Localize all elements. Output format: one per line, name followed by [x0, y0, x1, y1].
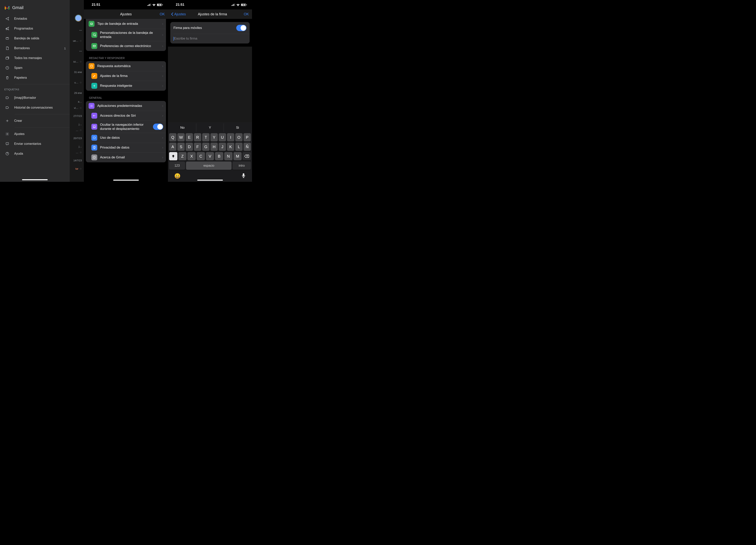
sidebar-item-spam[interactable]: Spam — [0, 63, 70, 73]
svg-rect-8 — [148, 5, 149, 6]
key-z[interactable]: Z — [178, 152, 187, 160]
key-h[interactable]: H — [210, 143, 218, 151]
chevron-right-icon: › — [162, 44, 163, 48]
chevron-right-icon: › — [162, 74, 163, 78]
key-shift[interactable] — [169, 152, 177, 160]
status-bar: 21:51 92 — [84, 0, 168, 9]
key-s[interactable]: S — [177, 143, 185, 151]
signature-input[interactable]: Escribe tu firma — [170, 34, 250, 44]
sidebar-item-allmail[interactable]: Todos los mensajes — [0, 53, 70, 63]
sidebar-item-settings[interactable]: Ajustes — [0, 129, 70, 139]
svg-rect-1 — [6, 37, 8, 39]
sidebar-item-drafts[interactable]: Borradores1 — [0, 43, 70, 53]
row-inbox-custom[interactable]: Personalizaciones de la bandeja de entra… — [86, 29, 166, 41]
svg-rect-28 — [232, 5, 232, 6]
hide-nav-toggle[interactable] — [153, 124, 163, 130]
ok-button[interactable]: OK — [155, 12, 165, 16]
key-b[interactable]: B — [215, 152, 223, 160]
siri-icon — [91, 113, 97, 119]
chevron-right-icon: › — [162, 33, 163, 37]
key-return[interactable]: intro — [233, 162, 251, 170]
key-w[interactable]: W — [177, 133, 185, 142]
svg-rect-15 — [91, 65, 93, 67]
row-mail-prefs[interactable]: Preferencias de correo electrónico› — [86, 41, 166, 51]
key-j[interactable]: J — [219, 143, 226, 151]
mobile-signature-label: Firma para móviles — [173, 26, 202, 30]
svg-point-13 — [95, 35, 96, 36]
key-v[interactable]: V — [206, 152, 214, 160]
suggestion-3[interactable]: Si — [224, 123, 251, 132]
key-x[interactable]: X — [187, 152, 196, 160]
key-k[interactable]: K — [227, 143, 234, 151]
home-indicator[interactable] — [22, 179, 48, 180]
key-l[interactable]: L — [235, 143, 243, 151]
key-g[interactable]: G — [202, 143, 209, 151]
sidebar-item-trash[interactable]: Papelera — [0, 73, 70, 83]
key-i[interactable]: I — [227, 133, 234, 142]
key-n[interactable]: N — [224, 152, 233, 160]
svg-point-23 — [91, 106, 92, 107]
group-heading-general: GENERAL — [86, 95, 166, 101]
back-button[interactable]: Ajustes — [171, 12, 186, 16]
key-space[interactable]: espacio — [186, 162, 232, 170]
battery-icon: 92 — [157, 4, 163, 6]
key-numbers[interactable]: 123 — [169, 162, 185, 170]
mobile-signature-toggle[interactable] — [236, 25, 246, 31]
emoji-button[interactable]: 😀 — [174, 173, 181, 179]
home-indicator[interactable] — [197, 180, 223, 181]
row-inbox-type[interactable]: Tipo de bandeja de entrada› — [86, 19, 166, 29]
row-privacy[interactable]: Privacidad de datos› — [86, 143, 166, 153]
row-data-usage[interactable]: Uso de datos› — [86, 133, 166, 143]
key-e[interactable]: E — [186, 133, 193, 142]
row-signature-settings[interactable]: Ajustes de la firma› — [86, 71, 166, 81]
sidebar-create-label[interactable]: Crear — [0, 116, 70, 126]
key-o[interactable]: O — [235, 133, 243, 142]
key-r[interactable]: R — [194, 133, 201, 142]
key-y[interactable]: Y — [210, 133, 218, 142]
row-hide-nav[interactable]: Ocultar la navegación inferior durante e… — [86, 121, 166, 133]
avatar[interactable] — [75, 15, 82, 22]
sidebar-item-feedback[interactable]: Enviar comentarios — [0, 139, 70, 149]
key-u[interactable]: U — [219, 133, 226, 142]
suggestion-1[interactable]: No — [169, 123, 196, 132]
chevron-right-icon: › — [162, 114, 163, 118]
allmail-icon — [5, 56, 9, 60]
nav-title: Ajustes — [97, 12, 155, 16]
key-m[interactable]: M — [233, 152, 242, 160]
smartreply-icon — [91, 83, 97, 89]
chevron-right-icon: › — [162, 136, 163, 140]
key-p[interactable]: P — [244, 133, 251, 142]
drafts-icon — [5, 46, 9, 50]
sidebar-item-sent[interactable]: Enviados — [0, 14, 70, 24]
cellular-icon — [147, 4, 151, 6]
star-icon: ☆ — [80, 39, 82, 42]
ok-button[interactable]: OK — [239, 12, 249, 16]
row-smart-reply[interactable]: Respuesta inteligente› — [86, 81, 166, 91]
status-time: 21:51 — [92, 3, 100, 7]
row-default-apps[interactable]: Aplicaciones predeterminadas› — [86, 101, 166, 111]
dictation-button[interactable] — [241, 173, 246, 179]
key-f[interactable]: F — [194, 143, 201, 151]
svg-rect-31 — [234, 4, 235, 6]
row-auto-reply[interactable]: Respuesta automática› — [86, 61, 166, 71]
home-indicator[interactable] — [113, 180, 139, 181]
key-c[interactable]: C — [197, 152, 205, 160]
key-a[interactable]: A — [169, 143, 176, 151]
row-siri-shortcuts[interactable]: Accesos directos de Siri› — [86, 111, 166, 121]
key-t[interactable]: T — [202, 133, 209, 142]
sidebar-item-scheduled[interactable]: Programados — [0, 24, 70, 33]
nav-icon — [91, 124, 97, 130]
suggestion-2[interactable]: Y — [196, 123, 224, 132]
sidebar-label-imap[interactable]: [Imap]/Borrador — [0, 93, 70, 103]
key-d[interactable]: D — [186, 143, 193, 151]
status-time: 21:51 — [176, 3, 184, 7]
row-about[interactable]: Acerca de Gmail› — [86, 153, 166, 162]
sidebar-label-history[interactable]: Historial de conversaciones — [0, 103, 70, 113]
key-backspace[interactable] — [243, 152, 251, 160]
key-q[interactable]: Q — [169, 133, 176, 142]
group-heading-compose: REDACTAR Y RESPONDER — [86, 55, 166, 61]
battery-icon: 92 — [241, 4, 247, 6]
sidebar-item-outbox[interactable]: Bandeja de salida — [0, 33, 70, 43]
sidebar-item-help[interactable]: Ayuda — [0, 149, 70, 159]
key-enye[interactable]: Ñ — [244, 143, 251, 151]
